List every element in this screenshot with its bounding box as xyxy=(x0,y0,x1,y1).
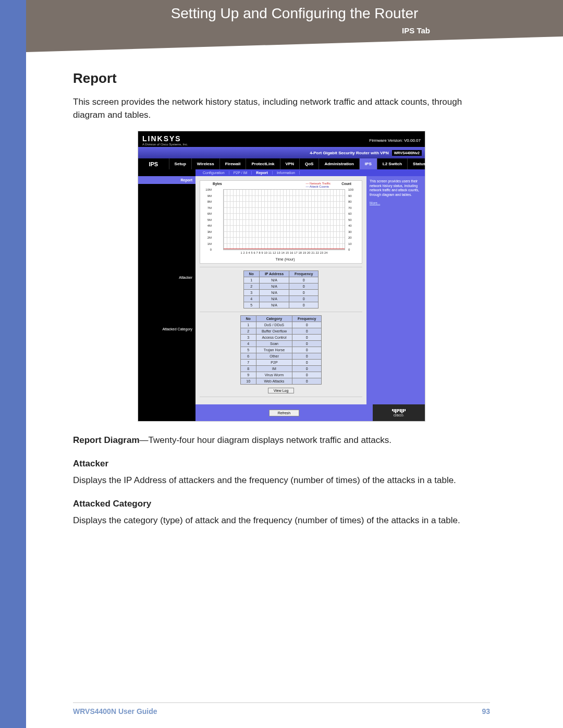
refresh-button[interactable]: Refresh xyxy=(269,410,300,416)
attacked-category-paragraph: Displays the category (type) of attack a… xyxy=(73,514,490,527)
tab-wireless[interactable]: Wireless xyxy=(191,158,219,169)
tab-firewall[interactable]: Firewall xyxy=(219,158,246,169)
chart-x-label: Time (Hour) xyxy=(211,257,360,261)
tab-l2-switch[interactable]: L2 Switch xyxy=(377,158,407,169)
attacker-heading: Attacker xyxy=(73,459,490,469)
ips-heading: IPS xyxy=(138,158,169,169)
firmware-version: Firmware Version: V0.00.07 xyxy=(369,138,421,143)
tab-qos[interactable]: QoS xyxy=(299,158,319,169)
brand-logo: LINKSYS xyxy=(142,134,188,143)
help-more-link[interactable]: More... xyxy=(370,201,380,205)
chart-x-ticks: 1 2 3 4 5 6 7 8 9 10 11 12 13 14 15 16 1… xyxy=(223,251,345,254)
cisco-logo: CISCO. xyxy=(373,404,425,421)
chart-count-label: Count xyxy=(341,182,351,186)
footer-page: 93 xyxy=(482,707,490,715)
report-diagram-paragraph: Report Diagram—Twenty-four hour diagram … xyxy=(73,434,490,447)
subtab-p2p-im[interactable]: P2P / IM xyxy=(229,171,252,175)
brand-subtitle: A Division of Cisco Systems, Inc. xyxy=(142,143,188,146)
tab-vpn[interactable]: VPN xyxy=(280,158,299,169)
sub-tabs: ConfigurationP2P / IMReportInformation xyxy=(195,169,303,176)
attacker-table: NoIP AddressFrequency1N/A02N/A03N/A04N/A… xyxy=(243,270,319,309)
subtab-report[interactable]: Report xyxy=(252,171,273,175)
section-title: Report xyxy=(73,70,490,87)
side-labels: Report Attacker Attacked Category xyxy=(138,176,195,404)
side-label-attacked: Attacked Category xyxy=(162,324,195,331)
side-label-attacker: Attacker xyxy=(179,273,195,279)
tab-status[interactable]: Status xyxy=(407,158,431,169)
tab-ips[interactable]: IPS xyxy=(359,158,377,169)
view-log-button[interactable]: View Log xyxy=(268,388,295,393)
report-chart: Bytes Count — Network Traffic — Attack C… xyxy=(200,180,362,264)
chapter-header: Setting Up and Configuring the Router IP… xyxy=(26,0,563,52)
attacker-paragraph: Displays the IP Address of attackers and… xyxy=(73,474,490,487)
chapter-title: Setting Up and Configuring the Router xyxy=(26,5,563,22)
router-screenshot: LINKSYS A Division of Cisco Systems, Inc… xyxy=(138,131,425,422)
left-rail xyxy=(0,0,26,728)
category-table: NoCategoryFrequency1DoS / DDoS02Buffer O… xyxy=(240,315,322,385)
model-badge: WRVS4400Nv2 xyxy=(392,150,422,156)
attacked-category-heading: Attacked Category xyxy=(73,499,490,509)
subtab-configuration[interactable]: Configuration xyxy=(199,171,229,175)
tab-setup[interactable]: Setup xyxy=(169,158,191,169)
tab-protectlink[interactable]: ProtectLink xyxy=(246,158,279,169)
help-panel: This screen provides users their network… xyxy=(366,176,425,404)
product-description: 4-Port Gigabit Security Router with VPN xyxy=(310,151,389,155)
chapter-tab-label: IPS Tab xyxy=(402,26,430,35)
chart-bytes-label: Bytes xyxy=(213,182,222,186)
chart-legend: — Network Traffic — Attack Counts xyxy=(305,182,331,188)
footer-guide: WRVS4400N User Guide xyxy=(73,707,157,715)
subtab-information[interactable]: Information xyxy=(273,171,300,175)
tab-administration[interactable]: Administration xyxy=(319,158,359,169)
section-intro: This screen provides the network history… xyxy=(73,96,490,121)
side-label-report: Report xyxy=(138,176,195,184)
main-tabs: SetupWirelessFirewallProtectLinkVPNQoSAd… xyxy=(169,158,425,169)
